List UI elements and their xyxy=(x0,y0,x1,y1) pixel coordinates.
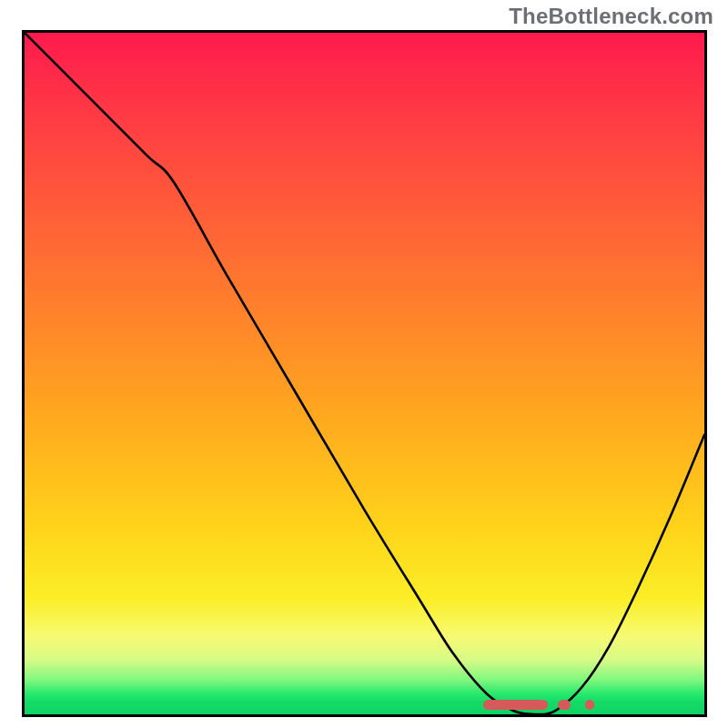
optimum-marker-2 xyxy=(585,700,594,710)
bottleneck-curve xyxy=(25,33,704,714)
watermark-text: TheBottleneck.com xyxy=(509,4,713,29)
optimum-marker-0 xyxy=(483,700,548,710)
curve-svg xyxy=(25,33,704,714)
plot-area xyxy=(22,30,707,717)
chart-container: TheBottleneck.com xyxy=(0,0,728,728)
optimum-marker-1 xyxy=(558,700,570,710)
